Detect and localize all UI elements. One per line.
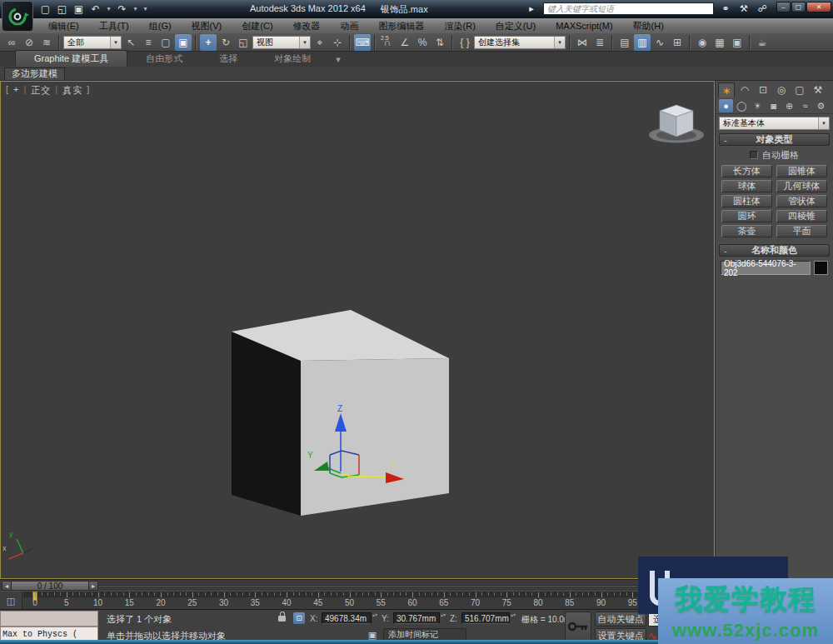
schematic-view-icon[interactable]: ⊞ xyxy=(669,34,686,51)
menu-item-1[interactable]: 工具(T) xyxy=(89,20,139,32)
object-type-button-7[interactable]: 四棱锥 xyxy=(776,210,827,222)
object-type-button-6[interactable]: 圆环 xyxy=(721,210,772,222)
create-tab-icon[interactable]: ∗ xyxy=(718,82,735,97)
menu-item-9[interactable]: 自定义(U) xyxy=(486,20,546,32)
helpers-category-icon[interactable]: ⊕ xyxy=(782,99,796,112)
object-type-button-9[interactable]: 平面 xyxy=(776,225,827,237)
maxscript-listener-line1[interactable] xyxy=(0,611,98,627)
redo-icon[interactable]: ↷ xyxy=(115,2,129,16)
render-production-icon[interactable]: ☕ xyxy=(754,34,771,51)
object-type-button-4[interactable]: 圆柱体 xyxy=(721,195,772,207)
material-editor-icon[interactable]: ◉ xyxy=(694,34,711,51)
y-coord-field[interactable]: 30.767mm xyxy=(393,612,440,624)
y-spinner[interactable]: ▴▾ xyxy=(440,612,446,624)
keyboard-shortcut-override-icon[interactable]: ⌨ xyxy=(354,34,371,51)
edit-named-selection-sets-icon[interactable]: { } xyxy=(456,34,473,51)
menu-item-0[interactable]: 编辑(E) xyxy=(38,20,89,32)
z-spinner[interactable]: ▴▾ xyxy=(510,612,516,624)
next-frame-icon[interactable]: ▸ xyxy=(88,581,98,591)
spinner-snap-icon[interactable]: ⇅ xyxy=(431,34,448,51)
menu-item-10[interactable]: MAXScript(M) xyxy=(546,21,622,31)
menu-item-7[interactable]: 图形编辑器 xyxy=(369,20,435,32)
open-file-icon[interactable]: ◱ xyxy=(55,2,69,16)
rectangular-selection-region-icon[interactable]: ▢ xyxy=(157,34,174,51)
manage-layers-icon[interactable]: ▤ xyxy=(616,34,633,51)
track-bar[interactable]: 0510152025303540455055606570758085909510… xyxy=(0,591,715,609)
bind-to-spacewarp-icon[interactable]: ≋ xyxy=(38,34,55,51)
menu-item-4[interactable]: 创建(C) xyxy=(232,20,282,32)
geometry-type-dropdown[interactable]: 标准基本体 ▾ xyxy=(719,117,830,130)
previous-frame-icon[interactable]: ◂ xyxy=(2,581,12,591)
utilities-tab-icon[interactable]: ⚒ xyxy=(810,82,826,97)
qat-options-icon[interactable]: ▾ xyxy=(142,2,149,16)
select-and-rotate-icon[interactable]: ↻ xyxy=(217,34,234,51)
ribbon-tab-freeform[interactable]: 自由形式 xyxy=(127,51,201,67)
angle-snap-icon[interactable]: ∠ xyxy=(397,34,413,51)
object-type-button-3[interactable]: 几何球体 xyxy=(776,180,827,192)
viewport[interactable]: [ + | 正交 | 真实 ] Z X Y xyxy=(0,81,715,579)
lights-category-icon[interactable]: ☀ xyxy=(751,99,765,112)
search-input[interactable]: 键入关键字或短语 xyxy=(543,2,714,15)
motion-tab-icon[interactable]: ◎ xyxy=(773,82,790,97)
autogrid-checkbox[interactable] xyxy=(750,151,758,159)
render-setup-icon[interactable]: ▦ xyxy=(711,34,728,51)
object-type-button-0[interactable]: 长方体 xyxy=(721,165,772,177)
shapes-category-icon[interactable]: ◯ xyxy=(735,99,749,112)
menu-item-11[interactable]: 帮助(H) xyxy=(623,20,674,32)
align-icon[interactable]: ≣ xyxy=(591,34,608,51)
selection-lock-icon[interactable] xyxy=(278,616,286,622)
isolate-selection-icon[interactable]: ▣ xyxy=(367,629,378,641)
ribbon-tab-selection[interactable]: 选择 xyxy=(201,51,256,67)
polygon-modeling-panel[interactable]: 多边形建模 xyxy=(4,67,65,80)
hierarchy-tab-icon[interactable]: ⊡ xyxy=(755,82,771,97)
object-color-swatch[interactable] xyxy=(814,261,828,275)
ribbon-options-icon[interactable]: ▾ xyxy=(329,52,347,67)
scene-canvas[interactable]: Z X Y x y xyxy=(1,82,714,578)
display-tab-icon[interactable]: ▢ xyxy=(791,82,808,97)
minimize-button[interactable]: – xyxy=(776,2,791,12)
absolute-mode-icon[interactable]: ⊡ xyxy=(293,612,305,624)
select-by-name-icon[interactable]: ≡ xyxy=(140,34,157,51)
time-slider-handle[interactable]: ◂ 0 / 100 ▸ xyxy=(2,581,98,591)
select-and-manipulate-icon[interactable]: ⊹ xyxy=(329,34,346,51)
object-type-button-8[interactable]: 茶壶 xyxy=(721,225,772,237)
undo-dropdown-icon[interactable]: ▾ xyxy=(105,2,112,16)
mini-curve-editor-button[interactable]: ◫ xyxy=(0,592,22,610)
spacewarps-category-icon[interactable]: ≈ xyxy=(798,99,812,112)
box-front-face[interactable] xyxy=(301,358,449,516)
menu-item-6[interactable]: 动画 xyxy=(331,20,369,32)
mirror-icon[interactable]: ⋈ xyxy=(574,34,591,51)
time-slider-track[interactable] xyxy=(2,585,713,587)
save-file-icon[interactable]: ▣ xyxy=(72,2,86,16)
systems-category-icon[interactable]: ⚙ xyxy=(814,99,828,112)
select-and-move-icon[interactable]: + xyxy=(200,34,217,51)
menu-item-5[interactable]: 修改器 xyxy=(283,20,331,32)
object-type-button-2[interactable]: 球体 xyxy=(721,180,772,192)
binoculars-icon[interactable]: ⚭ xyxy=(719,3,732,14)
name-color-rollout-header[interactable]: - 名称和颜色 xyxy=(719,244,830,257)
snaps-toggle-icon[interactable]: 2.5 ∩ xyxy=(379,34,396,51)
redo-dropdown-icon[interactable]: ▾ xyxy=(132,2,139,16)
x-coord-field[interactable]: 49678.34m xyxy=(322,612,372,624)
reference-coordinate-dropdown[interactable]: 视图 ▾ xyxy=(252,36,311,49)
rendered-frame-window-icon[interactable]: ▣ xyxy=(729,34,746,51)
ribbon-tab-object-paint[interactable]: 对象绘制 xyxy=(256,51,329,67)
select-and-link-icon[interactable]: ∞ xyxy=(3,34,20,51)
maximize-button[interactable]: ▢ xyxy=(791,2,806,12)
selection-filter-dropdown[interactable]: 全部 ▾ xyxy=(63,36,122,49)
select-object-icon[interactable]: ↖ xyxy=(122,34,139,51)
menu-item-8[interactable]: 渲染(R) xyxy=(435,20,486,32)
box-left-face[interactable] xyxy=(232,332,301,516)
curve-editor-icon[interactable]: ∿ xyxy=(651,34,668,51)
unlink-selection-icon[interactable]: ⊘ xyxy=(21,34,37,51)
geometry-category-icon[interactable]: ● xyxy=(719,99,733,112)
menu-item-2[interactable]: 组(G) xyxy=(139,20,182,32)
close-button[interactable]: ✕ xyxy=(806,2,831,12)
new-file-icon[interactable]: ▢ xyxy=(38,2,52,16)
set-keys-button[interactable] xyxy=(565,612,591,642)
x-spinner[interactable]: ▴▾ xyxy=(372,612,378,624)
object-type-button-5[interactable]: 管状体 xyxy=(776,195,827,207)
frame-ruler[interactable]: 0510152025303540455055606570758085909510… xyxy=(0,592,715,610)
z-coord-field[interactable]: 516.707mm xyxy=(461,612,510,624)
object-type-button-1[interactable]: 圆锥体 xyxy=(776,165,827,177)
